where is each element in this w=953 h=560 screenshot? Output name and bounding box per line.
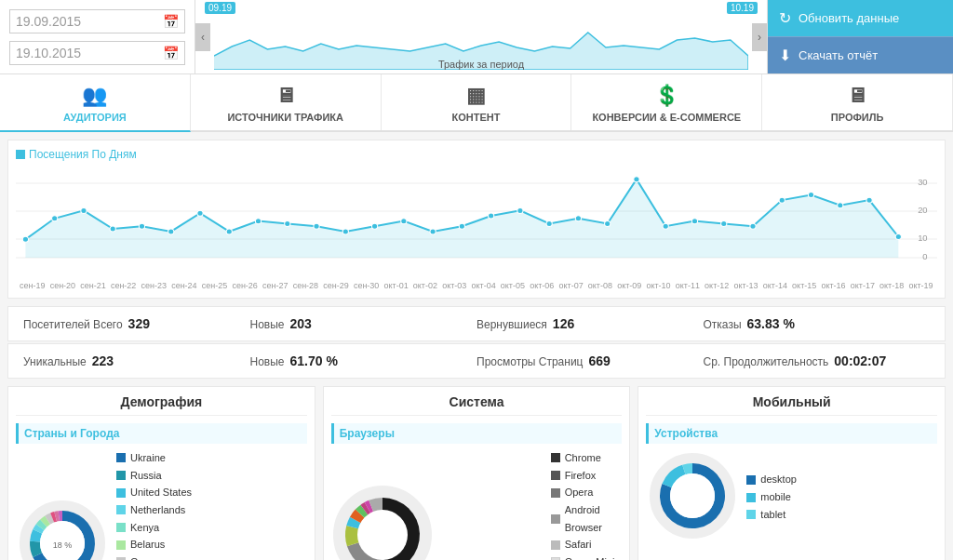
- svg-point-21: [371, 223, 377, 229]
- svg-point-37: [838, 203, 843, 208]
- svg-point-28: [575, 216, 581, 221]
- tab-content[interactable]: ▦ КОНТЕНТ: [382, 74, 572, 130]
- mobile-panel: Мобильный Устройства desktop mobile tabl…: [638, 386, 946, 560]
- stat-pageviews-label: Просмотры Страниц: [476, 355, 583, 368]
- chart-nav-left[interactable]: ‹: [195, 23, 210, 51]
- section-label: Посещения По Дням: [16, 148, 937, 161]
- date-to-value: 19.10.2015: [16, 46, 81, 60]
- svg-point-32: [691, 219, 697, 224]
- svg-point-31: [663, 223, 668, 229]
- svg-point-24: [459, 223, 464, 229]
- chart-label-left: 09.19: [205, 2, 235, 14]
- chart-nav-right[interactable]: ›: [752, 23, 767, 51]
- svg-text:18 %: 18 %: [53, 540, 73, 550]
- demographics-subtitle: Страны и Города: [16, 423, 307, 444]
- system-subtitle: Браузеры: [331, 423, 623, 444]
- date-from[interactable]: 19.09.2015 📅: [9, 9, 185, 33]
- svg-point-16: [226, 229, 232, 234]
- stat-unique: Уникальные 223: [23, 353, 250, 368]
- chart-label-right: 10.19: [727, 2, 758, 14]
- calendar-icon[interactable]: 📅: [163, 14, 179, 29]
- section-label-text: Посещения По Дням: [29, 148, 137, 161]
- svg-text:30: 30: [918, 178, 927, 187]
- svg-point-14: [168, 229, 174, 234]
- refresh-button[interactable]: ↻ Обновить данные: [768, 0, 953, 36]
- stat-unique-label: Уникальные: [23, 355, 87, 368]
- tab-audience-label: АУДИТОРИЯ: [63, 112, 127, 123]
- svg-marker-8: [25, 180, 898, 258]
- tab-content-label: КОНТЕНТ: [452, 112, 501, 123]
- profile-icon: 🖥: [847, 84, 867, 108]
- mobile-subtitle: Устройства: [646, 423, 937, 444]
- stat-new-1: Новые 203: [250, 316, 477, 331]
- svg-point-30: [634, 177, 639, 182]
- stat-duration-label: Ср. Продолжительность: [704, 355, 829, 368]
- demographics-title: Демография: [16, 394, 307, 416]
- stat-returning: Вернувшиеся 126: [476, 316, 704, 331]
- tab-traffic[interactable]: 🖥 ИСТОЧНИКИ ТРАФИКА: [191, 74, 382, 130]
- date-panel: 19.09.2015 📅 19.10.2015 📅: [0, 0, 195, 73]
- sparkline-chart: 09.19 10.19 ‹ › Трафик за период: [195, 0, 767, 73]
- traffic-icon: 🖥: [275, 84, 296, 108]
- mobile-legend: desktop mobile tablet: [746, 471, 797, 523]
- stat-duration-value: 00:02:07: [834, 353, 886, 368]
- tab-profile-label: ПРОФИЛЬ: [831, 112, 884, 123]
- svg-point-15: [197, 210, 203, 216]
- svg-text:10: 10: [918, 233, 927, 243]
- stat-duration: Ср. Продолжительность 00:02:07: [704, 353, 931, 368]
- svg-text:0: 0: [922, 252, 927, 261]
- system-legend: Chrome Firefox Opera Android Browser Saf…: [551, 449, 623, 560]
- audience-icon: 👥: [82, 84, 107, 108]
- svg-point-12: [110, 226, 115, 232]
- content-icon: ▦: [466, 84, 486, 108]
- tab-profile[interactable]: 🖥 ПРОФИЛЬ: [762, 74, 953, 130]
- svg-point-19: [314, 223, 319, 229]
- tab-conversion[interactable]: 💲 КОНВЕРСИИ & E-COMMERCE: [571, 74, 762, 130]
- stat-pageviews: Просмотры Страниц 669: [476, 353, 704, 368]
- mobile-title: Мобильный: [646, 394, 937, 416]
- stat-new-2-label: Новые: [250, 355, 285, 368]
- date-to[interactable]: 19.10.2015 📅: [9, 41, 185, 65]
- demographics-donut: 18 %: [16, 497, 109, 560]
- svg-point-39: [895, 234, 901, 240]
- bottom-panels: Демография Страны и Города 18 % Ukraine …: [7, 386, 946, 560]
- system-panel: Система Браузеры Chrome Fire: [323, 386, 631, 560]
- demographics-panel: Демография Страны и Города 18 % Ukraine …: [7, 386, 315, 560]
- stat-bounce-label: Отказы: [704, 318, 742, 331]
- main-chart-container: Посещения По Дням 30 20 10 0 сен-19сен-2…: [7, 140, 946, 299]
- calendar-icon-2[interactable]: 📅: [163, 46, 179, 60]
- conversion-icon: 💲: [654, 84, 679, 108]
- svg-point-10: [52, 216, 58, 221]
- svg-point-27: [546, 220, 552, 226]
- stat-bounce: Отказы 63.83 %: [704, 316, 931, 331]
- stat-new-1-value: 203: [290, 316, 312, 331]
- mobile-donut: [646, 449, 739, 545]
- demographics-legend: Ukraine Russia United States Netherlands…: [116, 449, 202, 560]
- download-button[interactable]: ⬇ Скачать отчёт: [768, 36, 953, 73]
- svg-point-29: [605, 220, 611, 226]
- stats-row-2: Уникальные 223 Новые 61.70 % Просмотры С…: [7, 343, 946, 379]
- stat-pageviews-value: 669: [588, 353, 610, 368]
- svg-point-22: [401, 219, 407, 224]
- svg-point-9: [22, 236, 28, 242]
- svg-point-33: [721, 220, 727, 226]
- date-from-value: 19.09.2015: [16, 14, 81, 29]
- download-icon: ⬇: [779, 47, 791, 64]
- system-title: Система: [331, 394, 623, 416]
- svg-point-17: [255, 219, 261, 224]
- stat-bounce-value: 63.83 %: [747, 316, 795, 331]
- period-label: Трафик за период: [438, 59, 524, 70]
- svg-point-38: [866, 197, 872, 203]
- svg-text:20: 20: [918, 206, 927, 215]
- svg-point-11: [81, 207, 87, 213]
- svg-point-13: [139, 223, 144, 229]
- stat-total-visitors: Посетителей Всего 329: [23, 316, 250, 331]
- stat-unique-value: 223: [92, 353, 114, 368]
- stat-new-1-label: Новые: [250, 318, 285, 331]
- stats-row: Посетителей Всего 329 Новые 203 Вернувши…: [7, 306, 946, 341]
- svg-point-18: [285, 220, 290, 226]
- nav-tabs: 👥 АУДИТОРИЯ 🖥 ИСТОЧНИКИ ТРАФИКА ▦ КОНТЕН…: [0, 74, 953, 132]
- tab-conversion-label: КОНВЕРСИИ & E-COMMERCE: [592, 112, 741, 123]
- tab-audience[interactable]: 👥 АУДИТОРИЯ: [0, 74, 191, 132]
- svg-point-35: [779, 197, 785, 203]
